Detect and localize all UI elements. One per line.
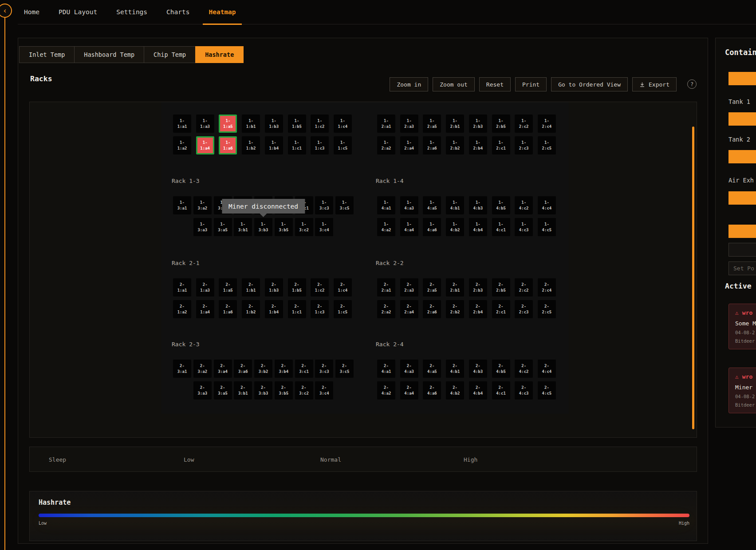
miner-cell[interactable]: 1-1:a1: [173, 115, 191, 133]
alert-card[interactable]: ⚠wroSome M04-08-2Bitdeer: [728, 304, 756, 349]
miner-cell[interactable]: 1-1:a6: [219, 136, 237, 154]
collapse-panel-button[interactable]: ‹: [0, 4, 12, 18]
miner-cell[interactable]: 1-2:a6: [423, 136, 441, 154]
miner-cell[interactable]: 2-2:b4: [469, 300, 487, 318]
miner-cell[interactable]: 2-1:c4: [334, 278, 352, 297]
miner-cell[interactable]: 1-4:a1: [377, 196, 395, 214]
tank-status-bar[interactable]: [728, 112, 756, 126]
miner-cell[interactable]: 1-1:a3: [196, 115, 214, 133]
tank-status-bar[interactable]: [728, 191, 756, 205]
miner-cell[interactable]: 2-4:b5: [492, 360, 510, 378]
miner-cell[interactable]: 2-4:a6: [423, 381, 441, 400]
miner-cell[interactable]: 1-2:a5: [423, 115, 441, 133]
tab-hashrate[interactable]: Hashrate: [195, 46, 244, 63]
miner-cell[interactable]: 1-4:a5: [423, 196, 441, 214]
miner-cell[interactable]: 2-2:a4: [400, 300, 418, 318]
miner-cell[interactable]: 2-1:a1: [173, 278, 191, 297]
miner-cell[interactable]: 1-1:c4: [334, 115, 352, 133]
miner-cell[interactable]: 1-4:c1: [492, 218, 510, 236]
miner-cell[interactable]: 1-2:a1: [377, 115, 395, 133]
nav-item-settings[interactable]: Settings: [116, 0, 147, 24]
miner-cell[interactable]: 2-1:c1: [288, 300, 306, 318]
set-point-input[interactable]: [728, 261, 756, 275]
miner-cell[interactable]: 1-2:b5: [492, 115, 510, 133]
miner-cell[interactable]: 1-1:b3: [265, 115, 283, 133]
miner-cell[interactable]: 2-2:b3: [469, 278, 487, 297]
miner-cell[interactable]: 1-1:a4: [196, 136, 214, 154]
miner-cell[interactable]: 2-3:c4: [315, 381, 333, 400]
miner-cell[interactable]: 1-4:a2: [377, 218, 395, 236]
miner-cell[interactable]: 1-3:b1: [234, 218, 252, 236]
miner-cell[interactable]: 1-4:c5: [538, 218, 556, 236]
miner-cell[interactable]: 1-2:c3: [515, 136, 533, 154]
zoom-in-button[interactable]: Zoom in: [390, 77, 428, 91]
miner-cell[interactable]: 2-4:b4: [469, 381, 487, 400]
miner-cell[interactable]: 1-4:b2: [446, 218, 464, 236]
miner-cell[interactable]: 1-4:c3: [515, 218, 533, 236]
miner-cell[interactable]: 1-3:b3: [254, 218, 272, 236]
tab-inlet-temp[interactable]: Inlet Temp: [19, 46, 75, 63]
miner-cell[interactable]: 2-4:b3: [469, 360, 487, 378]
print-button[interactable]: Print: [515, 77, 547, 91]
nav-item-pdu-layout[interactable]: PDU Layout: [59, 0, 97, 24]
miner-cell[interactable]: 1-1:c2: [311, 115, 329, 133]
miner-cell[interactable]: 2-3:b1: [234, 381, 252, 400]
reset-button[interactable]: Reset: [479, 77, 511, 91]
miner-cell[interactable]: 2-2:c1: [492, 300, 510, 318]
miner-cell[interactable]: 2-3:b3: [254, 381, 272, 400]
miner-cell[interactable]: 1-1:a5: [219, 115, 237, 133]
miner-cell[interactable]: 2-1:b3: [265, 278, 283, 297]
miner-cell[interactable]: 1-3:c3: [315, 196, 333, 214]
miner-cell[interactable]: 2-1:c2: [311, 278, 329, 297]
miner-cell[interactable]: 1-4:a6: [423, 218, 441, 236]
miner-cell[interactable]: 2-3:c1: [295, 360, 313, 378]
miner-cell[interactable]: 1-3:a3: [193, 218, 212, 236]
miner-cell[interactable]: 2-2:b5: [492, 278, 510, 297]
miner-cell[interactable]: 2-1:b5: [288, 278, 306, 297]
miner-cell[interactable]: 2-3:a2: [193, 360, 212, 378]
miner-cell[interactable]: 2-1:c3: [311, 300, 329, 318]
zoom-out-button[interactable]: Zoom out: [433, 77, 475, 91]
miner-cell[interactable]: 1-1:b2: [242, 136, 260, 154]
miner-cell[interactable]: 1-1:c1: [288, 136, 306, 154]
miner-cell[interactable]: 2-3:a3: [193, 381, 212, 400]
miner-cell[interactable]: 1-1:b5: [288, 115, 306, 133]
miner-cell[interactable]: 1-3:c5: [335, 196, 354, 214]
miner-cell[interactable]: 1-2:a2: [377, 136, 395, 154]
miner-cell[interactable]: 1-3:c2: [295, 218, 313, 236]
miner-cell[interactable]: 2-4:a1: [377, 360, 395, 378]
miner-cell[interactable]: 2-1:a4: [196, 300, 214, 318]
miner-cell[interactable]: 2-4:a3: [400, 360, 418, 378]
miner-cell[interactable]: 1-3:c4: [315, 218, 333, 236]
miner-cell[interactable]: 2-4:a2: [377, 381, 395, 400]
miner-cell[interactable]: 1-1:a2: [173, 136, 191, 154]
miner-cell[interactable]: 2-2:a5: [423, 278, 441, 297]
miner-cell[interactable]: 2-4:c4: [538, 360, 556, 378]
miner-cell[interactable]: 2-1:a5: [219, 278, 237, 297]
miner-cell[interactable]: 1-4:b3: [469, 196, 487, 214]
miner-cell[interactable]: 2-2:b1: [446, 278, 464, 297]
miner-cell[interactable]: 2-3:a4: [214, 360, 232, 378]
miner-cell[interactable]: 2-1:b4: [265, 300, 283, 318]
miner-cell[interactable]: 2-4:c2: [515, 360, 533, 378]
miner-cell[interactable]: 1-3:b5: [275, 218, 293, 236]
nav-item-heatmap[interactable]: Heatmap: [209, 0, 236, 24]
miner-cell[interactable]: 1-4:a3: [400, 196, 418, 214]
miner-cell[interactable]: 2-1:c5: [334, 300, 352, 318]
miner-cell[interactable]: 2-3:b4: [275, 360, 293, 378]
tab-hashboard-temp[interactable]: Hashboard Temp: [74, 46, 144, 63]
miner-cell[interactable]: 1-4:b5: [492, 196, 510, 214]
miner-cell[interactable]: 2-4:c3: [515, 381, 533, 400]
miner-cell[interactable]: 1-1:c3: [311, 136, 329, 154]
miner-cell[interactable]: 2-4:c1: [492, 381, 510, 400]
miner-cell[interactable]: 2-3:b2: [254, 360, 272, 378]
miner-cell[interactable]: 2-1:b2: [242, 300, 260, 318]
miner-cell[interactable]: 1-4:c4: [538, 196, 556, 214]
miner-cell[interactable]: 1-4:b1: [446, 196, 464, 214]
miner-cell[interactable]: 1-2:b4: [469, 136, 487, 154]
miner-cell[interactable]: 2-4:b2: [446, 381, 464, 400]
export-button[interactable]: Export: [632, 77, 677, 91]
miner-cell[interactable]: 2-1:b1: [242, 278, 260, 297]
miner-cell[interactable]: 2-2:c4: [538, 278, 556, 297]
help-icon[interactable]: ?: [687, 79, 697, 89]
